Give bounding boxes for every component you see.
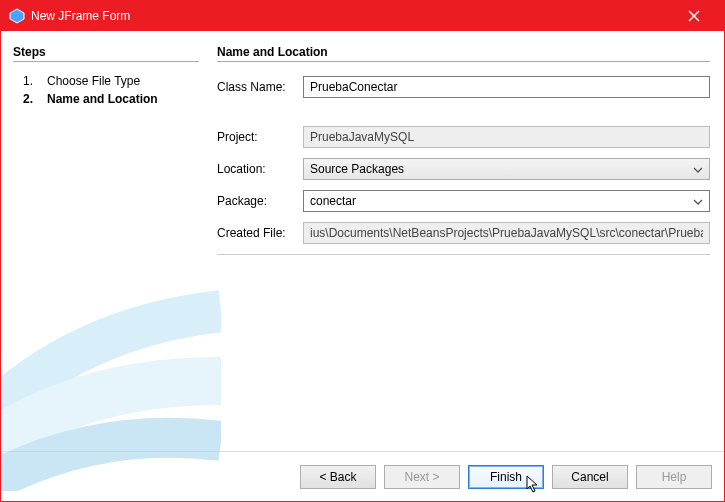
button-bar: < Back Next > Finish Cancel Help [1, 451, 724, 501]
chevron-down-icon [693, 162, 703, 176]
project-label: Project: [217, 130, 303, 144]
next-button: Next > [384, 465, 460, 489]
finish-button[interactable]: Finish [468, 465, 544, 489]
help-button: Help [636, 465, 712, 489]
created-file-field [303, 222, 710, 244]
package-label: Package: [217, 194, 303, 208]
class-name-label: Class Name: [217, 80, 303, 94]
back-button[interactable]: < Back [300, 465, 376, 489]
chevron-down-icon [693, 194, 703, 208]
close-button[interactable] [671, 1, 716, 31]
cancel-button[interactable]: Cancel [552, 465, 628, 489]
steps-sidebar: Steps 1. Choose File Type 2. Name and Lo… [1, 31, 211, 451]
created-file-label: Created File: [217, 226, 303, 240]
close-icon [688, 10, 700, 22]
title-bar: New JFrame Form [1, 1, 724, 31]
svg-marker-0 [10, 9, 24, 23]
location-label: Location: [217, 162, 303, 176]
step-item: 2. Name and Location [13, 90, 199, 108]
app-icon [9, 8, 25, 24]
main-panel: Name and Location Class Name: Project: L… [211, 31, 724, 451]
steps-heading: Steps [13, 45, 199, 59]
location-select[interactable]: Source Packages [303, 158, 710, 180]
window-title: New JFrame Form [31, 9, 671, 23]
package-combo[interactable]: conectar [303, 190, 710, 212]
project-field [303, 126, 710, 148]
step-item: 1. Choose File Type [13, 72, 199, 90]
class-name-input[interactable] [303, 76, 710, 98]
main-heading: Name and Location [217, 45, 710, 59]
